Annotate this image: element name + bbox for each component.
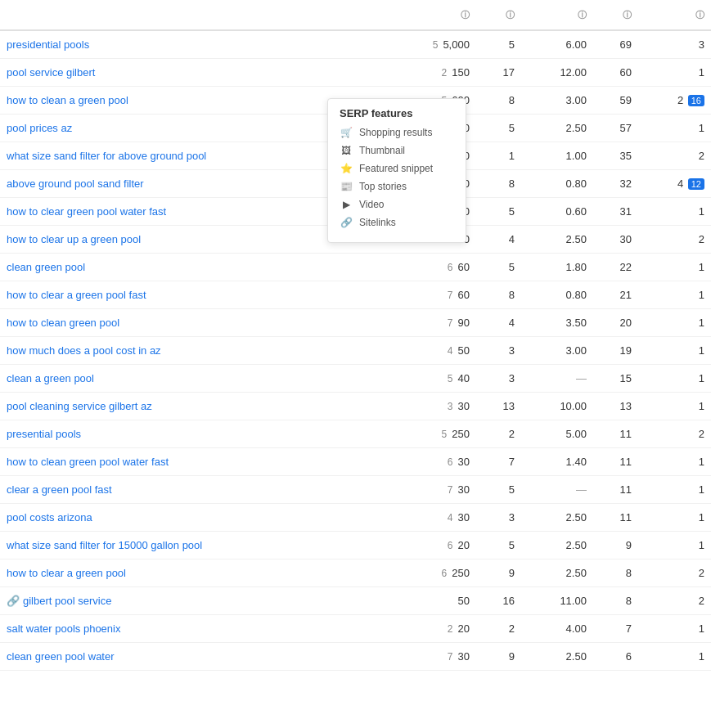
traffic-cell: 15 xyxy=(593,365,638,393)
keyword-link[interactable]: how to clear up a green pool xyxy=(7,233,141,245)
traffic-cell: 6 xyxy=(593,643,638,671)
header-kd[interactable]: ⓘ xyxy=(476,0,521,30)
position-value: 1 xyxy=(699,205,704,218)
volume-cell: 6250 xyxy=(385,559,476,587)
position-info-icon[interactable]: ⓘ xyxy=(695,9,704,21)
cpc-cell: 3.00 xyxy=(521,337,593,365)
num-badge: 7 xyxy=(448,317,453,329)
position-cell: 1 xyxy=(638,643,711,671)
keyword-link[interactable]: salt water pools phoenix xyxy=(7,622,120,635)
kd-cell: 4 xyxy=(476,309,521,337)
keyword-link[interactable]: how to clear a green pool xyxy=(7,567,126,579)
keyword-link[interactable]: clean green pool water xyxy=(7,650,115,663)
table-row: salt water pools phoenix22024.0071 xyxy=(0,615,711,643)
kd-info-icon[interactable]: ⓘ xyxy=(506,9,515,21)
cpc-cell: 0.60 xyxy=(521,198,593,226)
position-value: 1 xyxy=(699,372,704,384)
kd-cell: 7 xyxy=(476,448,521,476)
cpc-cell: 2.50 xyxy=(521,643,593,671)
kd-cell: 9 xyxy=(476,643,521,671)
kd-cell: 8 xyxy=(476,281,521,309)
traffic-cell: 31 xyxy=(593,198,638,226)
volume-cell: 630 xyxy=(385,448,476,476)
keyword-link[interactable]: pool prices az xyxy=(7,122,72,134)
position-cell: 1 xyxy=(638,337,711,365)
table-row: pool cleaning service gilbert az3301310.… xyxy=(0,393,711,420)
position-cell: 2 xyxy=(638,420,711,448)
volume-cell: 760 xyxy=(385,281,476,309)
keyword-link[interactable]: pool service gilbert xyxy=(7,66,95,79)
volume-cell: 55,000 xyxy=(385,30,476,59)
serp-tooltip-title: SERP features xyxy=(340,107,454,119)
volume-value: 20 xyxy=(457,622,469,635)
position-value: 1 xyxy=(699,539,704,551)
keyword-link[interactable]: above ground pool sand filter xyxy=(7,178,144,190)
keyword-link[interactable]: how to clean green pool water fast xyxy=(7,456,169,468)
position-cell: 1 xyxy=(638,393,711,420)
keyword-cell: presential pools xyxy=(0,420,385,448)
cpc-dash: — xyxy=(576,483,587,496)
volume-cell: 620 xyxy=(385,532,476,559)
position-cell: 1 xyxy=(638,448,711,476)
position-value: 3 xyxy=(699,38,704,51)
position-badge: 16 xyxy=(688,95,704,106)
keyword-link[interactable]: how much does a pool cost in az xyxy=(7,344,161,357)
keyword-link[interactable]: what size sand filter for 15000 gallon p… xyxy=(7,539,202,551)
cpc-cell: 5.00 xyxy=(521,420,593,448)
num-badge: 5 xyxy=(433,39,439,51)
table-row: how much does a pool cost in az45033.001… xyxy=(0,337,711,365)
keyword-link[interactable]: gilbert pool service xyxy=(23,595,111,607)
keyword-cell: salt water pools phoenix xyxy=(0,615,385,643)
kd-cell: 13 xyxy=(476,393,521,420)
position-cell: 1 xyxy=(638,615,711,643)
num-badge: 6 xyxy=(448,540,453,551)
serp-item-featured-label: Featured snippet xyxy=(359,163,433,174)
num-badge: 6 xyxy=(448,456,453,468)
keyword-link[interactable]: how to clear a green pool fast xyxy=(7,289,146,301)
traffic-cell: 35 xyxy=(593,142,638,170)
cpc-info-icon[interactable]: ⓘ xyxy=(578,9,587,21)
traffic-cell: 11 xyxy=(593,448,638,476)
cpc-cell: — xyxy=(521,476,593,504)
header-volume[interactable]: ⓘ xyxy=(385,0,476,30)
position-cell: 2 xyxy=(638,587,711,615)
position-cell: 4 12 xyxy=(638,170,711,198)
traffic-info-icon[interactable]: ⓘ xyxy=(623,9,632,21)
keyword-link[interactable]: presidential pools xyxy=(7,38,89,51)
traffic-cell: 59 xyxy=(593,87,638,115)
traffic-cell: 8 xyxy=(593,587,638,615)
volume-info-icon[interactable]: ⓘ xyxy=(461,9,470,21)
header-traffic[interactable]: ⓘ xyxy=(593,0,638,30)
cpc-cell: 12.00 xyxy=(521,59,593,87)
header-position[interactable]: ⓘ xyxy=(638,0,711,30)
keyword-link[interactable]: presential pools xyxy=(7,428,81,440)
num-badge: 4 xyxy=(448,512,453,524)
num-badge: 7 xyxy=(448,290,453,301)
cpc-cell: 6.00 xyxy=(521,30,593,59)
header-cpc[interactable]: ⓘ xyxy=(521,0,593,30)
keyword-link[interactable]: pool cleaning service gilbert az xyxy=(7,400,152,412)
keyword-link[interactable]: how to clean a green pool xyxy=(7,94,128,106)
keyword-cell: clean green pool xyxy=(0,254,385,281)
keyword-link[interactable]: how to clear green pool water fast xyxy=(7,205,166,218)
keyword-link[interactable]: what size sand filter for above ground p… xyxy=(7,150,206,162)
cpc-cell: 11.00 xyxy=(521,587,593,615)
volume-value: 30 xyxy=(457,650,469,663)
volume-value: 30 xyxy=(457,456,469,468)
keyword-link[interactable]: pool costs arizona xyxy=(7,511,92,524)
kd-cell: 9 xyxy=(476,559,521,587)
kd-cell: 2 xyxy=(476,615,521,643)
cpc-cell: 2.50 xyxy=(521,504,593,532)
keyword-link[interactable]: clear a green pool fast xyxy=(7,483,112,496)
keyword-cell: clear a green pool fast xyxy=(0,476,385,504)
keyword-link[interactable]: how to clean green pool xyxy=(7,317,119,329)
traffic-cell: 13 xyxy=(593,393,638,420)
cpc-cell: 0.80 xyxy=(521,281,593,309)
kd-cell: 5 xyxy=(476,198,521,226)
serp-item-thumbnail-label: Thumbnail xyxy=(359,145,405,156)
cpc-cell: 2.50 xyxy=(521,115,593,142)
volume-cell: 540 xyxy=(385,365,476,393)
keyword-link[interactable]: clean green pool xyxy=(7,261,85,273)
keyword-link[interactable]: clean a green pool xyxy=(7,372,94,384)
volume-cell: 430 xyxy=(385,504,476,532)
